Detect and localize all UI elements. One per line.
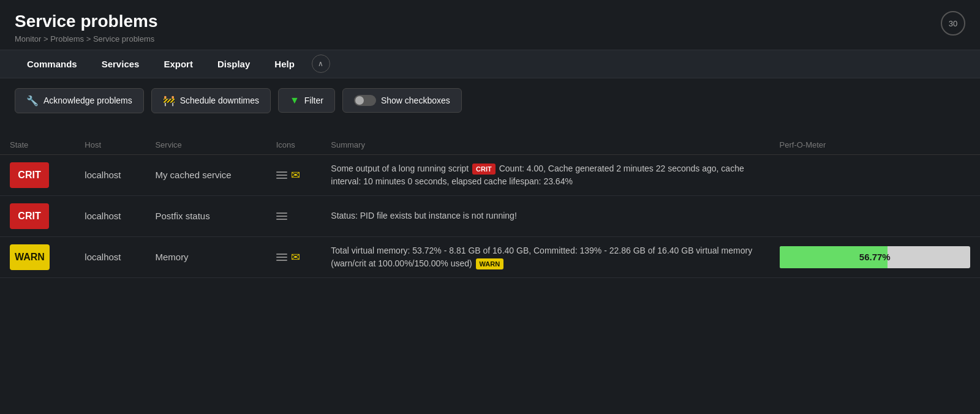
state-cell: CRIT	[0, 195, 75, 236]
col-icons: Icons	[266, 135, 322, 155]
schedule-downtimes-button[interactable]: 🚧 Schedule downtimes	[151, 88, 271, 113]
service-problems-table: State Host Service Icons Summary Perf-O-…	[0, 135, 980, 278]
summary-cell: Some output of a long running script CRI…	[321, 154, 769, 195]
filter-label: Filter	[304, 96, 323, 105]
state-badge: CRIT	[10, 203, 49, 229]
icons-cell: ✉	[266, 154, 322, 195]
table-row: CRITlocalhostMy cached service✉Some outp…	[0, 154, 980, 195]
icons-cell	[266, 195, 322, 236]
filter-icon: ▼	[290, 95, 300, 106]
perf-bar: 56.77%	[780, 246, 970, 268]
host-cell[interactable]: localhost	[75, 195, 145, 236]
table-row: CRITlocalhostPostfix statusStatus: PID f…	[0, 195, 980, 236]
col-state: State	[0, 135, 75, 155]
envelope-icon: ✉	[291, 168, 300, 182]
col-summary: Summary	[321, 135, 769, 155]
schedule-label: Schedule downtimes	[180, 96, 259, 105]
acknowledge-icon: 🔧	[26, 95, 39, 107]
nav-chevron-icon[interactable]: ∧	[312, 55, 330, 73]
nav-item-help[interactable]: Help	[262, 50, 307, 78]
service-cell[interactable]: My cached service	[145, 154, 266, 195]
toolbar: 🔧 Acknowledge problems 🚧 Schedule downti…	[0, 78, 980, 123]
summary-badge: CRIT	[472, 164, 496, 175]
service-cell[interactable]: Memory	[145, 236, 266, 277]
filter-button[interactable]: ▼ Filter	[278, 88, 335, 113]
show-checkboxes-label: Show checkboxes	[381, 96, 450, 105]
toggle-icon	[354, 95, 376, 106]
nav-item-export[interactable]: Export	[151, 50, 205, 78]
schedule-icon: 🚧	[163, 95, 175, 107]
breadcrumb: Monitor > Problems > Service problems	[15, 34, 157, 43]
page-title: Service problems	[15, 11, 157, 32]
nav-bar: Commands Services Export Display Help ∧	[0, 50, 980, 78]
state-cell: WARN	[0, 236, 75, 277]
refresh-badge[interactable]: 30	[941, 11, 965, 36]
icons-cell: ✉	[266, 236, 322, 277]
table-container: State Host Service Icons Summary Perf-O-…	[0, 135, 980, 278]
state-badge: WARN	[10, 244, 50, 270]
col-service: Service	[145, 135, 266, 155]
acknowledge-label: Acknowledge problems	[43, 96, 132, 105]
summary-cell: Total virtual memory: 53.72% - 8.81 GB o…	[321, 236, 769, 277]
hamburger-icon[interactable]	[276, 213, 287, 220]
section-divider	[0, 123, 980, 135]
perf-bar-label: 56.77%	[780, 252, 970, 262]
show-checkboxes-button[interactable]: Show checkboxes	[342, 88, 462, 113]
acknowledge-button[interactable]: 🔧 Acknowledge problems	[15, 88, 144, 113]
host-cell[interactable]: localhost	[75, 236, 145, 277]
table-body: CRITlocalhostMy cached service✉Some outp…	[0, 154, 980, 277]
perf-cell	[770, 195, 980, 236]
hamburger-icon[interactable]	[276, 171, 287, 179]
host-cell[interactable]: localhost	[75, 154, 145, 195]
summary-cell: Status: PID file exists but instance is …	[321, 195, 769, 236]
nav-item-display[interactable]: Display	[205, 50, 262, 78]
perf-cell: 56.77%	[770, 236, 980, 277]
table-row: WARNlocalhostMemory✉Total virtual memory…	[0, 236, 980, 277]
state-badge: CRIT	[10, 162, 49, 188]
state-cell: CRIT	[0, 154, 75, 195]
perf-cell	[770, 154, 980, 195]
col-perf: Perf-O-Meter	[770, 135, 980, 155]
nav-item-commands[interactable]: Commands	[15, 50, 89, 78]
page-header: Service problems Monitor > Problems > Se…	[0, 0, 980, 50]
table-header: State Host Service Icons Summary Perf-O-…	[0, 135, 980, 155]
service-cell[interactable]: Postfix status	[145, 195, 266, 236]
col-host: Host	[75, 135, 145, 155]
hamburger-icon[interactable]	[276, 254, 287, 261]
envelope-icon: ✉	[291, 250, 300, 264]
header-left: Service problems Monitor > Problems > Se…	[15, 11, 157, 43]
nav-item-services[interactable]: Services	[89, 50, 152, 78]
summary-badge: WARN	[476, 258, 504, 270]
